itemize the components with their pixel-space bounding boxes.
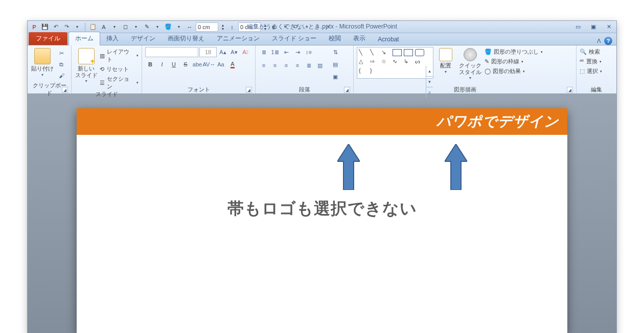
tab-design[interactable]: デザイン — [125, 32, 162, 45]
minimize-button[interactable]: ▭ — [572, 23, 584, 31]
shape-conn-icon[interactable]: ↳ — [404, 58, 413, 65]
shadow-button[interactable]: abe — [192, 59, 202, 69]
font-family-combo[interactable] — [145, 47, 198, 57]
tab-home[interactable]: ホーム — [68, 32, 100, 45]
dialog-launcher-icon[interactable]: ◢ — [567, 87, 573, 93]
dialog-launcher-icon[interactable]: ◢ — [62, 87, 68, 93]
shape-line-icon[interactable]: ╲ — [359, 49, 368, 56]
strike-button[interactable]: S — [180, 59, 191, 69]
width-stepper[interactable]: ▲▼ — [220, 22, 226, 32]
qat-drop-4[interactable]: ▾ — [174, 22, 183, 32]
columns-icon[interactable]: ▥ — [315, 60, 325, 70]
copy-icon[interactable]: ⧉ — [56, 59, 66, 69]
quick-styles-button[interactable]: クイック スタイル ▼ — [458, 47, 482, 80]
quick-styles-icon — [464, 48, 477, 61]
find-button[interactable]: 🔍検索 — [580, 48, 602, 56]
replace-button[interactable]: ᵃᵇ置換 ▾ — [580, 58, 602, 65]
change-case-icon[interactable]: Aa — [216, 59, 226, 69]
bullets-icon[interactable]: ≣ — [259, 47, 269, 57]
text-direction-icon[interactable]: ⇅ — [330, 47, 340, 57]
collapse-ribbon-icon[interactable]: ᐱ — [597, 38, 601, 44]
shape-arrow-icon[interactable]: ↘ — [381, 49, 390, 56]
shapes-gallery[interactable]: ╲ ╲ ↘ △ ⇨ ☆ ∿ ↳ ᔕ { } ▲▼≡ — [357, 47, 433, 79]
pen-icon[interactable]: ✎ — [142, 22, 151, 32]
reset-button[interactable]: ⟲リセット — [100, 65, 139, 73]
shape-brace-icon[interactable]: { — [359, 67, 368, 75]
section-button[interactable]: ☰セクション ▾ — [100, 75, 139, 90]
save-icon[interactable]: 💾 — [40, 22, 50, 32]
align-text-icon[interactable]: ▤ — [330, 59, 340, 69]
paste-icon[interactable]: 📋 — [88, 22, 98, 32]
char-spacing-icon[interactable]: AV↔ — [204, 59, 214, 69]
tab-animations[interactable]: アニメーション — [211, 32, 266, 45]
shape-brace2-icon[interactable]: } — [370, 67, 379, 75]
select-button[interactable]: ⬚選択 ▾ — [580, 67, 602, 75]
shape-line2-icon[interactable]: ╲ — [370, 49, 379, 56]
tab-slideshow[interactable]: スライド ショー — [266, 32, 323, 45]
window-controls: ▭ ▣ ✕ — [572, 23, 614, 31]
dialog-launcher-icon[interactable]: ◢ — [344, 87, 350, 93]
increase-indent-icon[interactable]: ⇥ — [292, 47, 303, 57]
paste-button[interactable]: 貼り付け ▼ — [31, 47, 54, 77]
bucket-icon[interactable]: 🪣 — [164, 22, 173, 32]
align-left-icon[interactable]: ≡ — [259, 60, 269, 70]
tab-transitions[interactable]: 画面切り替え — [162, 32, 211, 45]
format-painter-icon[interactable]: 🖌 — [56, 70, 66, 81]
align-center-icon[interactable]: ≡ — [270, 60, 280, 70]
close-button[interactable]: ✕ — [603, 23, 614, 31]
arrange-button[interactable]: 配置 ▼ — [435, 47, 456, 74]
shape-star-icon[interactable]: ☆ — [381, 58, 390, 65]
qat-drop-3[interactable]: ▾ — [153, 22, 162, 32]
font-a-icon[interactable]: A — [99, 22, 108, 32]
group-clipboard: 貼り付け ▼ ✂ ⧉ 🖌 クリップボード◢ — [28, 45, 72, 93]
shape-rect-icon[interactable] — [393, 49, 402, 56]
shape-arrowr-icon[interactable]: ⇨ — [370, 58, 379, 65]
numbering-icon[interactable]: 1≣ — [270, 47, 280, 57]
distribute-icon[interactable]: ≣ — [304, 60, 314, 70]
tab-acrobat[interactable]: Acrobat — [372, 34, 405, 45]
shape-rect2-icon[interactable] — [404, 49, 413, 56]
layout-button[interactable]: ▥レイアウト ▾ — [100, 48, 139, 63]
slide-logo-text: パワポでデザイン — [436, 112, 559, 131]
convert-smartart-icon[interactable]: ▣ — [330, 72, 340, 82]
decrease-indent-icon[interactable]: ⇤ — [281, 47, 291, 57]
shape-roundrect-icon[interactable] — [415, 49, 424, 56]
width-label-icon: ↔ — [185, 22, 194, 32]
italic-button[interactable]: I — [157, 59, 167, 69]
bold-button[interactable]: B — [145, 59, 155, 69]
shape-outline-button[interactable]: ✎図形の枠線 ▾ — [485, 58, 543, 65]
tab-file[interactable]: ファイル — [29, 32, 67, 45]
font-color-icon[interactable]: A — [227, 59, 238, 69]
powerpoint-icon[interactable]: P — [30, 22, 39, 32]
shape-free-icon[interactable]: ᔕ — [415, 58, 424, 65]
qat-drop-1[interactable]: ▾ — [110, 22, 119, 32]
shape-effects-button[interactable]: ◯図形の効果 ▾ — [485, 67, 543, 75]
shape-fill-button[interactable]: 🪣図形の塗りつぶし ▾ — [485, 48, 543, 56]
tab-insert[interactable]: 挿入 — [100, 32, 125, 45]
qat-customize-icon[interactable]: ▾ — [73, 22, 82, 32]
shape-curve-icon[interactable]: ∿ — [393, 58, 402, 65]
align-right-icon[interactable]: ≡ — [281, 60, 291, 70]
grow-font-icon[interactable]: A▴ — [218, 47, 228, 57]
tab-review[interactable]: 校閲 — [323, 32, 347, 45]
shrink-font-icon[interactable]: A▾ — [229, 47, 239, 57]
shape-tri-icon[interactable]: △ — [359, 58, 368, 65]
font-size-combo[interactable]: 18 — [199, 47, 217, 57]
dialog-launcher-icon[interactable]: ◢ — [246, 87, 252, 93]
gallery-up-icon[interactable]: ▲ — [426, 66, 433, 77]
new-slide-button[interactable]: ✦ 新しい スライド ▼ — [75, 47, 98, 83]
maximize-button[interactable]: ▣ — [588, 23, 599, 31]
tab-view[interactable]: 表示 — [347, 32, 372, 45]
slide[interactable]: パワポでデザイン 帯もロゴも選択できない — [77, 108, 567, 333]
justify-icon[interactable]: ≡ — [292, 60, 303, 70]
shape-width-input[interactable] — [196, 22, 218, 32]
redo-icon[interactable]: ↷ — [62, 22, 71, 32]
underline-button[interactable]: U — [169, 59, 179, 69]
qat-drop-2[interactable]: ▾ — [131, 22, 141, 32]
clear-format-icon[interactable]: A⃠ — [240, 47, 250, 57]
line-spacing-icon[interactable]: ↕≡ — [304, 47, 314, 57]
cut-icon[interactable]: ✂ — [56, 48, 66, 58]
undo-icon[interactable]: ↶ — [51, 22, 60, 32]
shape-icon[interactable]: ◻ — [121, 22, 130, 32]
help-icon[interactable]: ? — [604, 37, 612, 45]
